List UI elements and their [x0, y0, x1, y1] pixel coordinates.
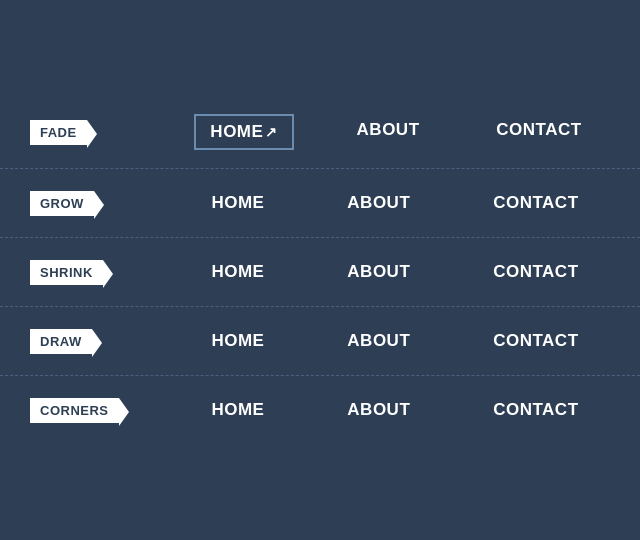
nav-item-fade-about[interactable]: ABOUT [343, 114, 434, 150]
nav-items-grow: HOMEABOUTCONTACT [170, 187, 640, 219]
nav-item-fade-home[interactable]: HOME↗ [194, 114, 294, 150]
label-col-corners: CORNERS [0, 398, 170, 423]
nav-item-fade-contact[interactable]: CONTACT [482, 114, 595, 150]
nav-items-shrink: HOMEABOUTCONTACT [170, 256, 640, 288]
nav-items-draw: HOMEABOUTCONTACT [170, 325, 640, 357]
label-col-fade: FADE [0, 120, 170, 145]
cursor-indicator: ↗ [265, 124, 278, 140]
nav-item-draw-home[interactable]: HOME [197, 325, 278, 357]
nav-item-corners-contact[interactable]: CONTACT [479, 394, 592, 426]
nav-item-corners-about[interactable]: ABOUT [333, 394, 424, 426]
nav-item-corners-home[interactable]: HOME [197, 394, 278, 426]
nav-row-shrink: SHRINKHOMEABOUTCONTACT [0, 238, 640, 307]
nav-row-draw: DRAWHOMEABOUTCONTACT [0, 307, 640, 376]
nav-row-corners: CORNERSHOMEABOUTCONTACT [0, 376, 640, 444]
nav-label-fade[interactable]: FADE [30, 120, 87, 145]
nav-row-fade: FADEHOME↗ABOUTCONTACT [0, 96, 640, 169]
nav-label-corners[interactable]: CORNERS [30, 398, 119, 423]
label-col-grow: GROW [0, 191, 170, 216]
nav-item-shrink-about[interactable]: ABOUT [333, 256, 424, 288]
nav-items-fade: HOME↗ABOUTCONTACT [170, 114, 640, 150]
nav-item-grow-about[interactable]: ABOUT [333, 187, 424, 219]
nav-label-draw[interactable]: DRAW [30, 329, 92, 354]
nav-label-shrink[interactable]: SHRINK [30, 260, 103, 285]
label-col-shrink: SHRINK [0, 260, 170, 285]
label-col-draw: DRAW [0, 329, 170, 354]
nav-item-shrink-contact[interactable]: CONTACT [479, 256, 592, 288]
nav-item-grow-contact[interactable]: CONTACT [479, 187, 592, 219]
nav-item-grow-home[interactable]: HOME [197, 187, 278, 219]
nav-items-corners: HOMEABOUTCONTACT [170, 394, 640, 426]
nav-item-draw-about[interactable]: ABOUT [333, 325, 424, 357]
nav-row-grow: GROWHOMEABOUTCONTACT [0, 169, 640, 238]
nav-label-grow[interactable]: GROW [30, 191, 94, 216]
nav-item-shrink-home[interactable]: HOME [197, 256, 278, 288]
nav-item-draw-contact[interactable]: CONTACT [479, 325, 592, 357]
